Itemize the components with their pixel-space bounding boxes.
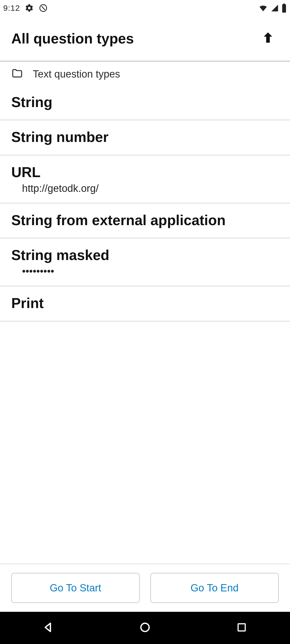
battery-icon — [281, 3, 287, 13]
back-triangle-icon — [42, 621, 55, 635]
go-to-start-button[interactable]: Go To Start — [11, 573, 140, 603]
cell-signal-icon — [271, 4, 279, 12]
no-sync-icon — [39, 3, 48, 13]
back-button[interactable] — [21, 612, 75, 644]
home-button[interactable] — [118, 612, 172, 644]
list-item[interactable]: URL http://getodk.org/ — [0, 155, 290, 203]
go-up-button[interactable] — [257, 28, 279, 49]
arrow-up-icon — [261, 31, 275, 46]
section-header-label: Text question types — [33, 68, 120, 80]
list-item-title: String number — [11, 128, 279, 146]
go-to-end-button[interactable]: Go To End — [150, 573, 279, 603]
settings-gear-icon — [25, 3, 34, 13]
wifi-icon — [258, 3, 268, 13]
status-bar-right — [258, 3, 287, 13]
section-header[interactable]: Text question types — [0, 63, 290, 85]
status-bar: 9:12 — [0, 0, 290, 16]
question-list: String String number URL http://getodk.o… — [0, 85, 290, 564]
app-bar: All question types — [0, 16, 290, 62]
list-item[interactable]: String — [0, 85, 290, 120]
home-circle-icon — [139, 621, 151, 635]
list-item-title: String from external application — [11, 211, 279, 229]
list-item[interactable]: String from external application — [0, 203, 290, 238]
system-nav-bar — [0, 612, 290, 644]
svg-point-3 — [141, 623, 149, 632]
page-title: All question types — [11, 30, 134, 47]
folder-icon — [11, 68, 23, 80]
list-item-title: URL — [11, 163, 279, 181]
list-item[interactable]: String masked ••••••••• — [0, 238, 290, 286]
list-item[interactable]: String number — [0, 120, 290, 155]
recents-square-icon — [236, 622, 247, 634]
status-bar-left: 9:12 — [3, 3, 48, 13]
list-item[interactable]: Print — [0, 286, 290, 321]
list-item-title: String masked — [11, 246, 279, 264]
go-to-end-label: Go To End — [191, 582, 239, 594]
footer: Go To Start Go To End — [0, 564, 290, 612]
list-item-title: String — [11, 93, 279, 111]
list-item-title: Print — [11, 294, 279, 312]
go-to-start-label: Go To Start — [50, 582, 101, 594]
status-time: 9:12 — [3, 3, 20, 13]
list-item-subtitle: ••••••••• — [11, 266, 279, 277]
recents-button[interactable] — [215, 612, 269, 644]
svg-rect-1 — [282, 4, 286, 13]
svg-rect-2 — [283, 3, 285, 5]
svg-rect-4 — [238, 624, 245, 631]
list-item-subtitle: http://getodk.org/ — [11, 183, 279, 194]
